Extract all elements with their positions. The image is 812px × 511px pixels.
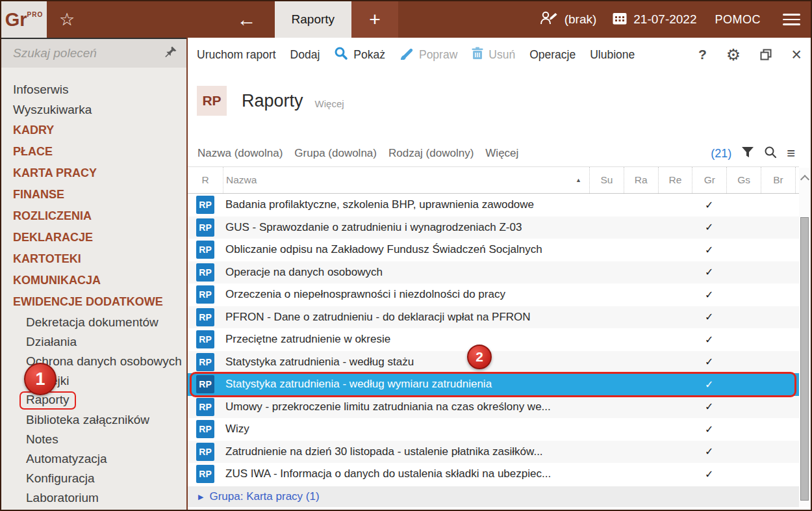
report-name: Obliczanie odpisu na Zakładowy Fundusz Ś… [223, 243, 589, 256]
report-name: Umowy - przekroczenie limitu zatrudniani… [223, 400, 589, 413]
row-icon-cell: RP [188, 308, 223, 326]
user-button[interactable]: (brak) [539, 1, 597, 38]
filter-group[interactable]: Grupa (dowolna) [294, 147, 377, 160]
sidebar-item[interactable]: Automatyzacja [1, 449, 186, 469]
table-row[interactable]: RP Badania profilaktyczne, szkolenia BHP… [188, 194, 799, 216]
sidebar-item[interactable]: PŁACE [1, 141, 186, 163]
sidebar-item[interactable]: Konfiguracja [1, 469, 186, 488]
sidebar-item[interactable]: KOMUNIKACJA [1, 270, 186, 291]
col-header-gs[interactable]: Gs [726, 167, 761, 193]
new-tab-button[interactable]: + [351, 1, 398, 38]
date-button[interactable]: 21-07-2022 [612, 1, 696, 38]
col-header-su[interactable]: Su [589, 167, 624, 193]
settings-gear-icon[interactable]: ⚙ [726, 46, 741, 64]
rp-report-icon: RP [196, 330, 214, 348]
filter-more[interactable]: Więcej [485, 147, 518, 160]
sidebar-item[interactable]: KARTOTEKI [1, 248, 186, 270]
col-header-ra[interactable]: Ra [624, 167, 658, 193]
sidebar-item[interactable]: Laboratorium [1, 488, 186, 508]
filter-funnel-icon[interactable] [741, 146, 754, 161]
close-icon[interactable]: × [791, 45, 802, 65]
row-icon-cell: RP [188, 330, 223, 348]
sidebar-item[interactable]: EWIDENCJE DODATKOWE [1, 291, 186, 313]
help-menu[interactable]: POMOC [715, 1, 761, 38]
sidebar-item[interactable]: Dekretacja dokumentów [1, 313, 186, 332]
show-button[interactable]: Pokaż [334, 46, 385, 64]
filter-type[interactable]: Rodzaj (dowolny) [388, 147, 474, 160]
list-options-icon[interactable]: ≡ [787, 146, 795, 161]
command-search-input[interactable]: Szukaj poleceń [1, 38, 186, 68]
add-label: Dodaj [290, 48, 320, 62]
help-icon[interactable]: ? [698, 47, 707, 62]
favorites-star-icon[interactable]: ☆ [47, 1, 87, 38]
record-count: (21) [711, 147, 731, 161]
group-expand-icon[interactable]: ▶ [198, 493, 203, 501]
col-header-re[interactable]: Re [658, 167, 692, 193]
group-row-karta-pracy[interactable]: ▶ Grupa: Karta pracy (1) [188, 486, 799, 507]
col-header-gr[interactable]: Gr [692, 167, 726, 193]
sidebar-item[interactable]: FINANSE [1, 184, 186, 205]
table-row[interactable]: RP Statystyka zatrudnienia - według staż… [188, 351, 799, 374]
table-row[interactable]: RP ZUS IWA - Informacja o danych do usta… [188, 463, 799, 486]
row-icon-cell: RP [188, 375, 223, 393]
topbar-spacer [87, 1, 228, 38]
run-report-button[interactable]: Uruchom raport [197, 48, 276, 62]
annotation-step-1-badge: 1 [24, 363, 57, 395]
add-button[interactable]: Dodaj [290, 48, 320, 62]
app-logo[interactable]: GrPRO [1, 1, 47, 38]
table-row[interactable]: RP PFRON - Dane o zatrudnieniu - do dekl… [188, 306, 799, 329]
tab-raporty[interactable]: Raporty [275, 1, 352, 38]
report-name: Statystyka zatrudnienia - według wymiaru… [223, 378, 589, 391]
report-name: Wizy [223, 423, 589, 436]
filter-name[interactable]: Nazwa (dowolna) [197, 147, 283, 160]
pin-icon[interactable] [164, 46, 177, 61]
report-name: Zatrudnienie na dzień 30 listopada - ust… [223, 445, 589, 458]
sidebar-item[interactable]: Wyszukiwarka [1, 99, 186, 120]
user-edit-icon [539, 10, 559, 29]
sidebar-item[interactable]: Biblioteka załączników [1, 410, 186, 430]
table-row[interactable]: RP Orzeczenia o niepełnosprawności i nie… [188, 283, 799, 306]
row-icon-cell: RP [188, 353, 223, 371]
sidebar-item-raporty[interactable]: Raporty [1, 391, 186, 410]
sidebar-item[interactable]: DEKLARACJE [1, 227, 186, 248]
table-row-selected[interactable]: RP Statystyka zatrudnienia - według wymi… [188, 373, 799, 396]
main-toolbar: Uruchom raport Dodaj Pokaż [188, 38, 811, 72]
table-row[interactable]: RP Przeciętne zatrudnienie w okresie ✓ [188, 328, 799, 351]
search-records-icon[interactable] [764, 146, 777, 162]
table-row[interactable]: RP Obliczanie odpisu na Zakładowy Fundus… [188, 239, 799, 261]
back-arrow-icon[interactable]: ← [228, 1, 266, 38]
scroll-up-icon[interactable] [799, 168, 811, 187]
hamburger-menu-icon[interactable] [783, 1, 800, 38]
report-name: GUS - Sprawozdanie o zatrudnieniu i wyna… [223, 221, 589, 234]
col-header-r[interactable]: R [188, 167, 223, 193]
cell-gr-checkmark: ✓ [692, 311, 726, 323]
table-row[interactable]: RP GUS - Sprawozdanie o zatrudnieniu i w… [188, 216, 799, 239]
window-controls: ? ⚙ × [698, 45, 811, 65]
row-icon-cell: RP [188, 285, 223, 304]
table-row[interactable]: RP Zatrudnienie na dzień 30 listopada - … [188, 441, 799, 464]
col-header-br[interactable]: Br [761, 167, 795, 193]
scrollbar-thumb[interactable] [800, 217, 809, 501]
col-header-nazwa[interactable]: Nazwa ▲ [223, 167, 589, 193]
vertical-scrollbar[interactable] [799, 168, 811, 507]
row-icon-cell: RP [188, 465, 223, 483]
table-row[interactable]: RP Operacje na danych osobowych ✓ [188, 261, 799, 284]
sidebar-item[interactable]: Infoserwis [1, 79, 186, 99]
sidebar-item[interactable]: KARTA PRACY [1, 163, 186, 184]
cell-gr-checkmark: ✓ [692, 199, 726, 211]
delete-button[interactable]: Usuń [472, 47, 515, 63]
restore-window-icon[interactable] [760, 49, 772, 60]
table-row[interactable]: RP Umowy - przekroczenie limitu zatrudni… [188, 396, 799, 419]
sidebar-item[interactable]: Działania [1, 332, 186, 352]
more-link[interactable]: Więcej [315, 92, 344, 109]
sidebar-item[interactable]: KADRY [1, 120, 186, 141]
sidebar-item[interactable]: Notes [1, 430, 186, 449]
sidebar-item[interactable]: ROZLICZENIA [1, 205, 186, 227]
operations-button[interactable]: Operacje [529, 48, 576, 62]
cell-gr-checkmark: ✓ [692, 378, 726, 391]
current-date: 21-07-2022 [633, 12, 696, 27]
row-icon-cell: RP [188, 443, 223, 461]
edit-button[interactable]: Popraw [400, 47, 457, 63]
favorites-button[interactable]: Ulubione [590, 48, 635, 62]
table-row[interactable]: RP Wizy ✓ [188, 418, 799, 441]
